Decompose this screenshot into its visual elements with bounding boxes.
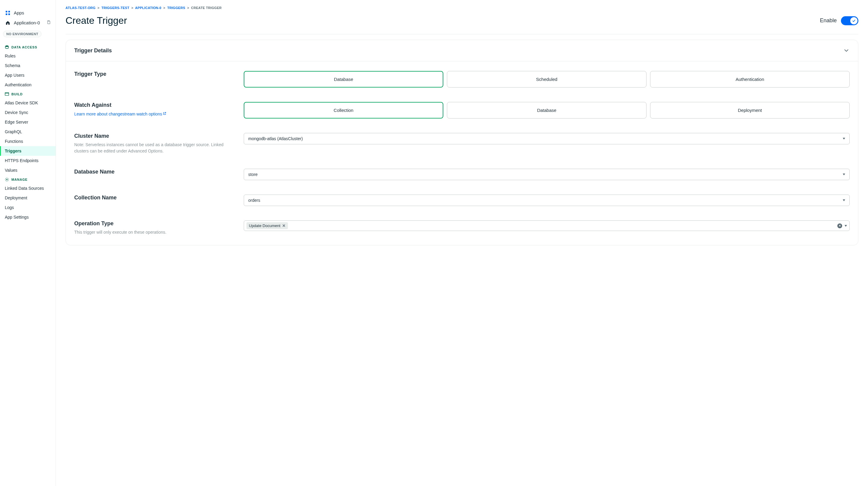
sidebar-item-sdk[interactable]: Atlas Device SDK <box>0 98 56 108</box>
label-collection: Collection Name <box>74 195 237 201</box>
hint-operation: This trigger will only execute on these … <box>74 229 237 235</box>
tag-label: Update Document <box>249 224 280 228</box>
panel-title: Trigger Details <box>74 48 112 54</box>
sidebar-item-app-settings[interactable]: App Settings <box>0 212 56 222</box>
sidebar-item-https-endpoints[interactable]: HTTPS Endpoints <box>0 156 56 165</box>
trigger-details-panel: Trigger Details Trigger Type Database Sc… <box>65 40 858 246</box>
option-database[interactable]: Database <box>447 102 647 118</box>
sidebar-item-apps[interactable]: Apps <box>0 8 56 18</box>
sidebar-item-authentication[interactable]: Authentication <box>0 80 56 90</box>
hint-cluster: Note: Serverless instances cannot be use… <box>74 142 237 154</box>
link-changestream[interactable]: Learn more about changestream watch opti… <box>74 112 166 116</box>
home-icon <box>5 21 11 25</box>
tag-update-document: Update Document ✕ <box>246 222 288 229</box>
enable-toggle[interactable] <box>841 16 858 25</box>
environment-badge: NO ENVIRONMENT <box>3 31 41 37</box>
svg-rect-3 <box>8 13 10 15</box>
section-title-manage: MANAGE <box>0 175 56 183</box>
crumb-sep: > <box>187 6 189 10</box>
svg-rect-0 <box>6 11 7 12</box>
svg-rect-4 <box>48 21 50 24</box>
option-scheduled[interactable]: Scheduled <box>447 71 647 87</box>
toggle-knob <box>850 17 858 24</box>
crumb-sep: > <box>97 6 99 10</box>
crumb-org[interactable]: ATLAS-TEST-ORG <box>65 6 96 10</box>
crumb-sep: > <box>163 6 165 10</box>
sidebar-item-device-sync[interactable]: Device Sync <box>0 108 56 117</box>
caret-down-icon <box>844 225 847 227</box>
label-operation: Operation Type <box>74 221 237 227</box>
apps-icon <box>5 11 11 15</box>
breadcrumb: ATLAS-TEST-ORG > TRIGGERS-TEST > APPLICA… <box>65 6 858 10</box>
select-database-value: store <box>248 172 257 177</box>
option-authentication[interactable]: Authentication <box>650 71 850 87</box>
chevron-down-icon <box>843 47 850 54</box>
external-link-icon <box>163 111 166 114</box>
crumb-sep: > <box>131 6 133 10</box>
crumb-app[interactable]: APPLICATION-0 <box>135 6 161 10</box>
sidebar-item-logs[interactable]: Logs <box>0 203 56 212</box>
sidebar-item-triggers[interactable]: Triggers <box>0 146 56 156</box>
select-cluster-value: mongodb-atlas (AtlasCluster) <box>248 136 303 141</box>
svg-rect-2 <box>6 13 7 15</box>
svg-point-5 <box>5 46 9 47</box>
sidebar-item-schema[interactable]: Schema <box>0 61 56 70</box>
app-name-label: Application-0 <box>14 20 40 25</box>
clear-all-icon[interactable]: ✕ <box>837 224 842 228</box>
main-content: ATLAS-TEST-ORG > TRIGGERS-TEST > APPLICA… <box>56 0 868 486</box>
panel-head[interactable]: Trigger Details <box>66 40 858 61</box>
caret-down-icon <box>843 174 845 175</box>
sidebar-item-edge-server[interactable]: Edge Server <box>0 117 56 127</box>
label-watch-against: Watch Against <box>74 102 237 108</box>
section-title-data-access: DATA ACCESS <box>0 43 56 51</box>
check-icon <box>852 19 856 23</box>
sidebar-item-app-users[interactable]: App Users <box>0 70 56 80</box>
sidebar-item-linked[interactable]: Linked Data Sources <box>0 183 56 193</box>
tag-remove-icon[interactable]: ✕ <box>282 224 285 228</box>
select-collection[interactable]: orders <box>244 195 850 206</box>
crumb-section[interactable]: TRIGGERS <box>167 6 185 10</box>
sidebar-item-values[interactable]: Values <box>0 165 56 175</box>
svg-point-7 <box>6 179 7 180</box>
svg-rect-6 <box>5 93 9 96</box>
select-collection-value: orders <box>248 198 260 203</box>
apps-label: Apps <box>14 10 24 15</box>
option-database[interactable]: Database <box>244 71 443 87</box>
select-operation[interactable]: Update Document ✕ ✕ <box>244 221 850 231</box>
trigger-type-options: Database Scheduled Authentication <box>244 71 850 87</box>
sidebar-item-rules[interactable]: Rules <box>0 51 56 61</box>
enable-label: Enable <box>820 18 837 24</box>
watch-against-options: Collection Database Deployment <box>244 102 850 118</box>
sidebar-item-app-name[interactable]: Application-0 <box>0 18 56 28</box>
option-deployment[interactable]: Deployment <box>650 102 850 118</box>
label-trigger-type: Trigger Type <box>74 71 237 77</box>
copy-icon[interactable] <box>46 20 51 25</box>
sidebar-item-graphql[interactable]: GraphQL <box>0 127 56 137</box>
page-title: Create Trigger <box>65 15 127 26</box>
option-collection[interactable]: Collection <box>244 102 443 118</box>
section-title-build: BUILD <box>0 90 56 98</box>
select-cluster[interactable]: mongodb-atlas (AtlasCluster) <box>244 133 850 144</box>
caret-down-icon <box>843 138 845 140</box>
svg-rect-1 <box>8 11 10 12</box>
caret-down-icon <box>843 199 845 201</box>
sidebar-item-deployment[interactable]: Deployment <box>0 193 56 203</box>
label-cluster: Cluster Name <box>74 133 237 139</box>
crumb-current: CREATE TRIGGER <box>191 6 222 10</box>
label-database: Database Name <box>74 169 237 175</box>
sidebar-item-functions[interactable]: Functions <box>0 137 56 146</box>
select-database[interactable]: store <box>244 169 850 180</box>
crumb-project[interactable]: TRIGGERS-TEST <box>101 6 129 10</box>
sidebar: Apps Application-0 NO ENVIRONMENT DATA A… <box>0 0 56 486</box>
